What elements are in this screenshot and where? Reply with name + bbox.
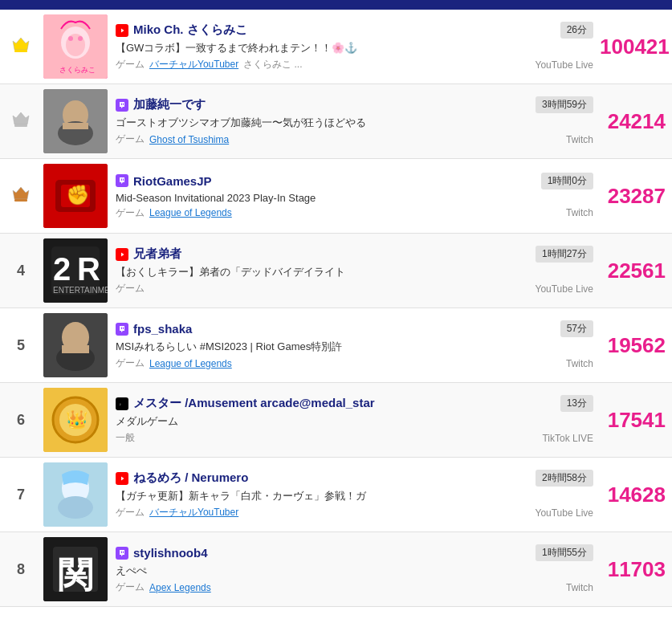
streamer-link[interactable]: RiotGamesJP: [133, 174, 212, 188]
thumbnail: [43, 89, 108, 153]
list-item: 加藤純一です 3時間59分 ゴーストオブツシマオブ加藤純一〜気が狂うほどやる ゲ…: [0, 84, 672, 159]
svg-rect-11: [14, 124, 27, 127]
meta-category: ゲーム: [116, 132, 145, 146]
svg-text:ENTERTAINMENT: ENTERTAINMENT: [53, 286, 108, 295]
stream-description: メダルゲーム: [116, 414, 593, 429]
tw-icon: [116, 99, 128, 112]
stream-platform: YouTube Live: [535, 59, 593, 71]
stream-info: fps_shaka 57分 MSIみれるらしい #MSI2023 | Riot …: [116, 320, 593, 370]
duration-badge: 57分: [560, 320, 593, 337]
stream-platform: YouTube Live: [535, 283, 593, 295]
list-item: 6 👑 ♪ メスター /Amusement arcade@medal_star …: [0, 383, 672, 458]
viewer-count: 22561: [593, 259, 666, 283]
meta-tag-link[interactable]: バーチャルYouTuber: [149, 506, 238, 519]
stream-description: MSIみれるらしい #MSI2023 | Riot Games特別許: [116, 340, 593, 354]
svg-rect-16: [121, 103, 122, 105]
stream-description: Mid-Season Invitational 2023 Play-In Sta…: [116, 192, 593, 204]
meta-category: ゲーム: [116, 206, 145, 220]
meta-category: ゲーム: [116, 356, 145, 370]
meta-category: ゲーム: [116, 506, 145, 519]
stream-info: Miko Ch. さくらみこ 26分 【GWコラボ】一致するまで終われまテン！！…: [116, 22, 593, 71]
svg-rect-54: [123, 551, 124, 553]
streamer-link[interactable]: stylishnoob4: [133, 546, 208, 560]
viewer-count: 23287: [593, 184, 666, 209]
streamer-link[interactable]: Miko Ch. さくらみこ: [133, 22, 247, 38]
streamer-link[interactable]: fps_shaka: [133, 322, 192, 336]
list-item: 5 fps_shaka 57分 MSIみれるらしい #MSI2023 | Rio…: [0, 308, 672, 383]
svg-marker-10: [13, 112, 29, 124]
streamer-link[interactable]: メスター /Amusement arcade@medal_star: [133, 396, 375, 411]
meta-tag-link[interactable]: Ghost of Tsushima: [149, 134, 229, 145]
svg-rect-1: [14, 50, 27, 52]
viewer-count: 14628: [593, 483, 666, 507]
tw-icon: [116, 174, 128, 187]
stream-info: RiotGamesJP 1時間0分 Mid-Season Invitationa…: [116, 173, 593, 220]
duration-badge: 26分: [560, 22, 593, 39]
svg-marker-0: [13, 38, 29, 50]
svg-rect-19: [14, 199, 27, 202]
svg-rect-37: [121, 327, 122, 329]
thumbnail: 👑: [43, 388, 108, 452]
thumbnail: さくらみこ: [43, 14, 108, 79]
svg-rect-36: [62, 345, 89, 353]
stream-info: ♪ メスター /Amusement arcade@medal_star 13分 …: [116, 395, 593, 445]
svg-text:✊: ✊: [66, 183, 90, 206]
svg-point-6: [78, 36, 83, 41]
thumbnail: 2 R ENTERTAINMENT: [43, 238, 108, 303]
stream-platform: Twitch: [566, 582, 593, 593]
stream-info: 兄者弟者 1時間27分 【おくしキラー】弟者の「デッドバイデイライト ゲーム Y…: [116, 246, 593, 295]
rank-display: 6: [6, 412, 35, 429]
viewer-count: 11703: [593, 557, 666, 582]
meta-category: ゲーム: [116, 58, 145, 71]
rank-display: 4: [6, 263, 35, 279]
viewer-count: 17541: [593, 408, 666, 433]
svg-rect-38: [123, 327, 124, 329]
tw-icon: [116, 323, 128, 336]
tt-icon: ♪: [116, 397, 128, 410]
meta-tag-link[interactable]: Apex Legends: [149, 582, 211, 593]
stream-info: 加藤純一です 3時間59分 ゴーストオブツシマオブ加藤純一〜気が狂うほどやる ゲ…: [116, 96, 593, 146]
meta-tag2: さくらみこ ...: [243, 58, 302, 71]
svg-rect-24: [121, 179, 122, 181]
thumbnail: [43, 462, 108, 527]
meta-tag-link[interactable]: League of Legends: [149, 207, 232, 218]
duration-badge: 1時間27分: [536, 246, 593, 263]
stream-description: ゴーストオブツシマオブ加藤純一〜気が狂うほどやる: [116, 116, 593, 130]
thumbnail: 関: [43, 537, 108, 601]
list-item: さくらみこ Miko Ch. さくらみこ 26分 【GWコラボ】一致するまで終わ…: [0, 10, 672, 84]
svg-point-47: [58, 496, 93, 519]
list-item: 8 関 stylishnoob4 1時間55分 えぺぺ ゲーム Apex Leg…: [0, 532, 672, 607]
streamer-link[interactable]: 加藤純一です: [133, 97, 206, 112]
stream-description: えぺぺ: [116, 564, 593, 578]
svg-point-5: [68, 36, 73, 41]
stream-platform: TikTok LIVE: [542, 433, 593, 444]
live-list: さくらみこ Miko Ch. さくらみこ 26分 【GWコラボ】一致するまで終わ…: [0, 10, 672, 607]
stream-description: 【ガチャ更新】新キャラ「白朮・カーヴェ」参戦！ガ: [116, 489, 593, 503]
stream-platform: YouTube Live: [535, 507, 593, 519]
streamer-link[interactable]: 兄者弟者: [133, 246, 181, 262]
stream-description: 【GWコラボ】一致するまで終われまテン！！🌸⚓: [116, 41, 593, 55]
svg-rect-53: [121, 551, 122, 553]
viewer-count: 19562: [593, 333, 666, 358]
duration-badge: 13分: [560, 395, 593, 412]
stream-description: 【おくしキラー】弟者の「デッドバイデイライト: [116, 265, 593, 279]
meta-tag-link[interactable]: League of Legends: [149, 358, 232, 369]
thumbnail: [43, 313, 108, 377]
stream-platform: Twitch: [566, 358, 593, 369]
streamer-link[interactable]: ねるめろ / Nerumero: [133, 470, 248, 486]
list-item: ✊ RiotGamesJP 1時間0分 Mid-Season Invitatio…: [0, 159, 672, 234]
rank-display: 7: [6, 487, 35, 503]
yt-icon: [116, 472, 128, 485]
duration-badge: 2時間58分: [536, 470, 593, 487]
meta-category: ゲーム: [116, 580, 145, 594]
duration-badge: 1時間0分: [541, 173, 593, 189]
svg-marker-18: [13, 187, 29, 199]
rank-display: [6, 35, 35, 59]
stream-platform: Twitch: [566, 134, 593, 145]
meta-tag-link[interactable]: バーチャルYouTuber: [149, 58, 238, 71]
yt-icon: [116, 24, 128, 37]
svg-text:2: 2: [53, 251, 71, 287]
meta-category: ゲーム: [116, 282, 145, 295]
rank-display: [6, 185, 35, 208]
rank-display: [6, 110, 35, 133]
